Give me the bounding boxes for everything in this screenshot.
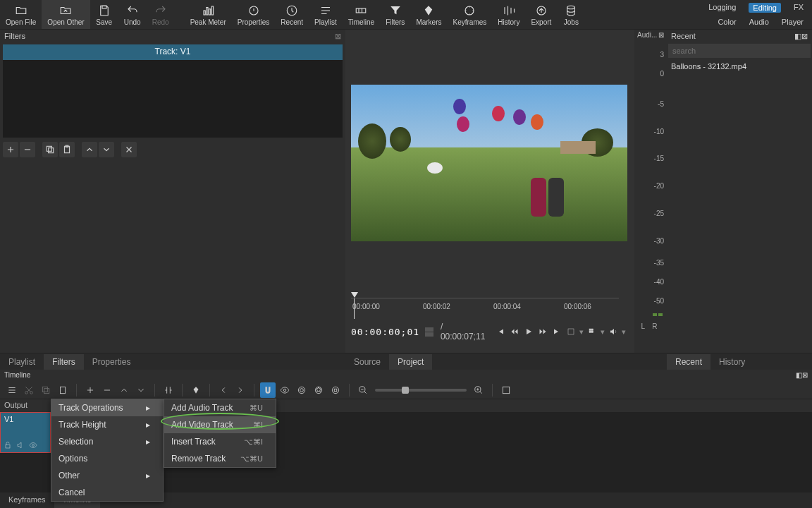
tab-project[interactable]: Project <box>389 354 432 370</box>
track-head-v1[interactable]: V1 <box>0 412 51 453</box>
export-button[interactable]: Export <box>525 0 557 29</box>
svg-rect-11 <box>49 148 54 153</box>
tab-filters[interactable]: Filters <box>44 354 84 370</box>
timeline-dock-icon[interactable]: ◧⊠ <box>796 371 808 380</box>
color-layout[interactable]: Color <box>718 18 736 26</box>
menu-cancel[interactable]: Cancel <box>51 484 163 501</box>
tab-source[interactable]: Source <box>345 354 389 370</box>
redo-button[interactable]: Redo <box>147 0 175 29</box>
track-context-menu: Track Operations▸ Track Height▸ Selectio… <box>51 399 164 502</box>
menu-options[interactable]: Options <box>51 450 163 467</box>
open-other-button[interactable]: Open Other <box>42 0 90 29</box>
keyframes-button[interactable]: Keyframes <box>448 0 493 29</box>
tab-history[interactable]: History <box>710 354 753 370</box>
playhead-icon[interactable] <box>351 292 358 298</box>
timecode-spinner[interactable] <box>425 327 435 337</box>
play-button[interactable] <box>523 327 534 337</box>
svg-rect-24 <box>61 387 66 393</box>
tl-lift-button[interactable] <box>116 382 132 398</box>
track-hide-icon[interactable] <box>29 441 37 449</box>
tl-scrub-button[interactable] <box>277 382 293 398</box>
fx-layout[interactable]: FX <box>794 3 804 13</box>
timeline-button[interactable]: Timeline <box>343 0 380 29</box>
volume-button[interactable] <box>608 327 619 337</box>
filters-list[interactable] <box>3 60 343 138</box>
track-mute-icon[interactable] <box>16 441 25 449</box>
menu-selection[interactable]: Selection▸ <box>51 433 163 450</box>
history-button[interactable]: History <box>492 0 525 29</box>
tl-zoom-in-button[interactable] <box>471 382 486 398</box>
tl-append-button[interactable] <box>82 382 98 398</box>
recent-search-input[interactable] <box>668 44 811 58</box>
menu-add-audio-track[interactable]: Add Audio Track⌘U <box>164 399 276 416</box>
paste-filter-button[interactable] <box>59 142 75 157</box>
track-v1-label: V1 <box>1 413 50 425</box>
menu-track-operations[interactable]: Track Operations▸ <box>51 399 163 416</box>
fast-fwd-button[interactable] <box>537 327 548 337</box>
tl-zoom-fit-button[interactable] <box>498 382 514 398</box>
move-down-button[interactable] <box>99 142 114 157</box>
menu-insert-track[interactable]: Insert Track⌥⌘I <box>164 433 276 450</box>
markers-button[interactable]: Markers <box>410 0 447 29</box>
video-preview[interactable] <box>351 85 627 241</box>
tab-playlist[interactable]: Playlist <box>0 354 44 370</box>
player-layout[interactable]: Player <box>782 18 804 26</box>
audio-layout[interactable]: Audio <box>749 18 769 26</box>
recent-dock-icon[interactable]: ◧⊠ <box>794 32 808 41</box>
track-lock-icon[interactable] <box>4 441 12 449</box>
undo-button[interactable]: Undo <box>118 0 147 29</box>
bottom-tab-keyframes[interactable]: Keyframes <box>0 492 54 508</box>
deselect-button[interactable] <box>121 142 137 157</box>
menu-add-video-track[interactable]: Add Video Track⌘I <box>164 416 276 433</box>
tab-properties[interactable]: Properties <box>84 354 140 370</box>
properties-button[interactable]: Properties <box>232 0 276 29</box>
skip-prev-button[interactable] <box>495 327 506 337</box>
tl-ripple-all-button[interactable] <box>311 382 326 398</box>
rewind-button[interactable] <box>509 327 520 337</box>
move-up-button[interactable] <box>82 142 97 157</box>
remove-filter-button[interactable] <box>20 142 35 157</box>
copy-filter-button[interactable] <box>42 142 58 157</box>
grid-button[interactable] <box>586 327 598 337</box>
timecode-current[interactable]: 00:00:00;01 <box>351 327 419 337</box>
peak-meter-button[interactable]: Peak Meter <box>185 0 232 29</box>
audio-meter-close-icon[interactable]: ⊠ <box>658 31 664 39</box>
svg-rect-15 <box>568 329 574 334</box>
tl-ripple-markers-button[interactable] <box>328 382 343 398</box>
tl-cut-button[interactable] <box>21 382 37 398</box>
tl-copy-button[interactable] <box>38 382 54 398</box>
add-filter-button[interactable] <box>3 142 18 157</box>
tl-zoom-out-button[interactable] <box>355 382 371 398</box>
tl-split-button[interactable] <box>161 382 176 398</box>
tl-menu-button[interactable] <box>4 382 20 398</box>
zoom-fit-button[interactable] <box>565 327 577 337</box>
jobs-button[interactable]: Jobs <box>557 0 585 29</box>
recent-button[interactable]: Recent <box>275 0 309 29</box>
tl-next-marker-button[interactable] <box>233 382 248 398</box>
filters-title: Filters <box>4 32 25 40</box>
tab-recent[interactable]: Recent <box>667 354 710 370</box>
tl-remove-button[interactable] <box>99 382 115 398</box>
playlist-button[interactable]: Playlist <box>309 0 343 29</box>
tl-snap-button[interactable] <box>260 382 276 398</box>
logging-layout[interactable]: Logging <box>708 3 736 13</box>
tl-ripple-button[interactable] <box>294 382 309 398</box>
menu-other[interactable]: Other▸ <box>51 467 163 484</box>
recent-item[interactable]: Balloons - 32132.mp4 <box>667 59 812 73</box>
track-ops-submenu: Add Audio Track⌘U Add Video Track⌘I Inse… <box>164 399 276 468</box>
open-file-button[interactable]: Open File <box>0 0 42 29</box>
tl-marker-button[interactable] <box>188 382 204 398</box>
menu-remove-track[interactable]: Remove Track⌥⌘U <box>164 450 276 467</box>
skip-next-button[interactable] <box>551 327 562 337</box>
tl-paste-button[interactable] <box>55 382 70 398</box>
tl-overwrite-button[interactable] <box>133 382 149 398</box>
filters-pin-icon[interactable]: ⊠ <box>335 32 341 41</box>
ruler-tick-3: 00:00:06 <box>564 303 591 310</box>
tl-zoom-slider[interactable] <box>375 389 467 392</box>
save-button[interactable]: Save <box>90 0 118 29</box>
menu-track-height[interactable]: Track Height▸ <box>51 416 163 433</box>
filters-button[interactable]: Filters <box>380 0 410 29</box>
tl-prev-marker-button[interactable] <box>216 382 231 398</box>
editing-layout[interactable]: Editing <box>749 3 781 13</box>
preview-ruler[interactable]: 00:00:00 00:00:02 00:00:04 00:00:06 <box>351 298 619 319</box>
